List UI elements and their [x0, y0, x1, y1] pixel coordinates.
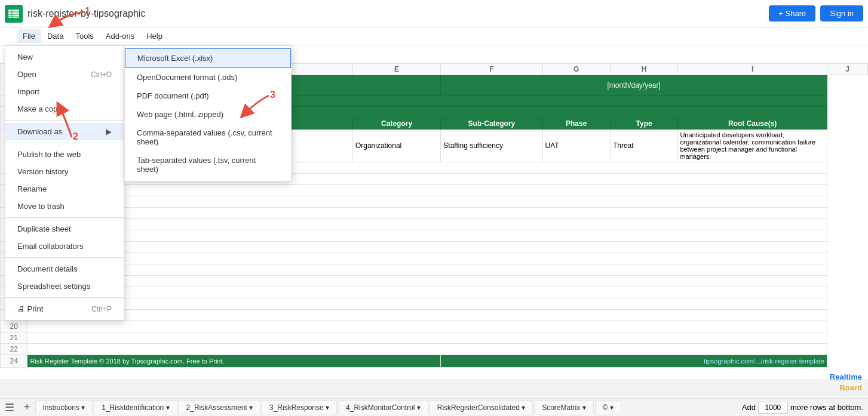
- table-row: 88: [1, 185, 868, 196]
- table-row: 1313: [1, 242, 868, 253]
- table-row: 24 Risk Register Template © 2018 by Tips…: [1, 355, 868, 368]
- col-type: Type: [610, 118, 677, 130]
- col-subcategory: Sub-Category: [441, 118, 542, 130]
- col-phase: Phase: [542, 118, 610, 130]
- footer-link[interactable]: tipsographic.com/.../risk-register-templ…: [441, 355, 827, 368]
- col-header-i: I: [678, 64, 827, 75]
- menu-data[interactable]: Data: [41, 29, 69, 43]
- file-menu-new[interactable]: New: [5, 48, 124, 66]
- download-submenu: Microsoft Excel (.xlsx) OpenDocument for…: [124, 45, 292, 181]
- file-menu-divider-5: [5, 297, 124, 298]
- table-row: 1111: [1, 219, 868, 230]
- date-prepared-value: [month/day/year]: [607, 81, 660, 90]
- col-header-h: H: [610, 64, 677, 75]
- cell-phase: UAT: [542, 130, 610, 162]
- cell-category: Organizational: [352, 130, 440, 162]
- file-menu-download[interactable]: Download as ▶: [5, 123, 124, 140]
- table-row: 99: [1, 196, 868, 208]
- table-row: 1414: [1, 253, 868, 264]
- file-menu-move-trash[interactable]: Move to trash: [5, 198, 124, 215]
- file-menu-import[interactable]: Import: [5, 83, 124, 100]
- file-menu-open[interactable]: Open Ctrl+O: [5, 66, 124, 83]
- table-row: 18: [1, 298, 868, 310]
- table-row: 1515: [1, 264, 868, 276]
- download-tsv[interactable]: Tab-separated values (.tsv, current shee…: [125, 151, 291, 178]
- download-html[interactable]: Web page (.html, zipped): [125, 105, 291, 124]
- footer-text: Risk Register Template © 2018 by Tipsogr…: [27, 355, 441, 368]
- table-row: 16: [1, 276, 868, 287]
- table-row: 21: [1, 332, 868, 344]
- download-pdf[interactable]: PDF document (.pdf): [125, 87, 291, 105]
- download-ods[interactable]: OpenDocument format (.ods): [125, 68, 291, 87]
- cell-root-causes: Unanticipated developers workload; organ…: [678, 130, 827, 162]
- sheets-icon: [5, 5, 23, 23]
- file-menu-spreadsheet-settings[interactable]: Spreadsheet settings: [5, 278, 124, 295]
- download-xlsx[interactable]: Microsoft Excel (.xlsx): [125, 48, 291, 68]
- file-menu-rename[interactable]: Rename: [5, 180, 124, 198]
- cell-subcategory: Staffing sufficiency: [441, 130, 542, 162]
- menu-bar: 🖨 File Data Tools Add-ons Help: [0, 27, 868, 45]
- file-menu-make-copy[interactable]: Make a copy: [5, 100, 124, 118]
- menu-tools[interactable]: Tools: [69, 29, 99, 43]
- col-header-j: J: [827, 64, 867, 75]
- file-menu-divider-2: [5, 143, 124, 143]
- table-row: 20: [1, 321, 868, 332]
- file-menu-version-history[interactable]: Version history: [5, 163, 124, 180]
- file-menu-print[interactable]: 🖨 Print Ctrl+P: [5, 300, 124, 318]
- share-button[interactable]: + Share: [769, 5, 815, 21]
- col-header-e: E: [352, 64, 440, 75]
- top-right-controls: + Share Sign in: [769, 5, 863, 21]
- table-row: 19: [1, 310, 868, 321]
- realtime-label: Realtime: [830, 372, 862, 379]
- sign-in-button[interactable]: Sign in: [820, 5, 863, 21]
- file-menu-divider-1: [5, 120, 124, 121]
- col-category: Category: [352, 118, 440, 130]
- cell-type: Threat: [610, 130, 677, 162]
- realtime-board-watermark: Realtime Board: [830, 372, 862, 379]
- col-root-causes: Root Cause(s): [678, 118, 827, 130]
- col-header-f: F: [441, 64, 542, 75]
- table-row: 1212: [1, 230, 868, 242]
- menu-file[interactable]: File: [17, 29, 41, 43]
- file-menu-email[interactable]: Email collaborators: [5, 238, 124, 255]
- table-row: 17: [1, 287, 868, 298]
- file-menu-divider-3: [5, 217, 124, 218]
- file-menu-duplicate[interactable]: Duplicate sheet: [5, 220, 124, 238]
- download-csv[interactable]: Comma-separated values (.csv, current sh…: [125, 124, 291, 151]
- file-menu-divider-4: [5, 257, 124, 258]
- document-title: risk-register-by-tipsographic: [27, 8, 769, 19]
- top-bar: risk-register-by-tipsographic + Share Si…: [0, 0, 868, 27]
- file-menu-publish[interactable]: Publish to the web: [5, 146, 124, 163]
- file-menu-dropdown: New Open Ctrl+O Import Make a copy Downl…: [5, 45, 124, 321]
- menu-help[interactable]: Help: [140, 29, 168, 43]
- table-row: 22: [1, 344, 868, 355]
- table-row: 1010: [1, 208, 868, 219]
- menu-addons[interactable]: Add-ons: [100, 29, 140, 43]
- file-menu-doc-details[interactable]: Document details: [5, 260, 124, 278]
- col-header-g: G: [542, 64, 610, 75]
